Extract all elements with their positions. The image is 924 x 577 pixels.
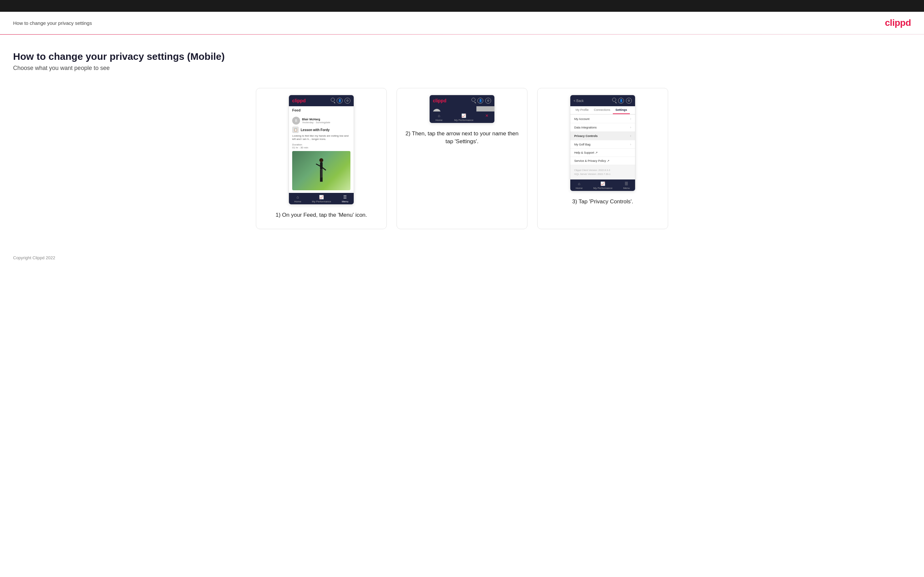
step-2-card: clippd 👤 ⚙ xyxy=(397,88,527,229)
tab-my-performance[interactable]: 📈 My Performance xyxy=(312,195,331,203)
tab-home[interactable]: ⌂ Home xyxy=(294,195,301,203)
arrow-icon-4: › xyxy=(630,143,631,146)
performance-icon: 📈 xyxy=(319,195,324,200)
main-content: How to change your privacy settings (Mob… xyxy=(0,35,924,249)
footer: Copyright Clippd 2022 xyxy=(0,249,924,267)
step-2-caption: 2) Then, tap the arrow next to your name… xyxy=(404,130,520,145)
search-icon-2 xyxy=(472,98,475,102)
top-bar xyxy=(0,0,924,12)
step-3-card: < Back 👤 ⚙ My Profile Connections Settin… xyxy=(537,88,668,229)
tab-connections[interactable]: Connections xyxy=(591,106,613,114)
lesson-row: 📋 Lesson with Fordy xyxy=(292,127,351,133)
svg-rect-7 xyxy=(321,177,323,182)
phone-2-content: B Blair McHarg ∧ My Profile Connections … xyxy=(430,106,494,111)
tab-menu[interactable]: ☰ Menu xyxy=(342,195,349,203)
phone-2-inner: clippd 👤 ⚙ xyxy=(430,95,494,123)
phone-2-navbar: clippd 👤 ⚙ xyxy=(430,95,494,106)
page-subheading: Choose what you want people to see xyxy=(13,65,911,72)
user-icon: 👤 xyxy=(337,98,342,104)
phone-1-mockup: clippd 👤 ⚙ Feed B xyxy=(289,95,354,205)
search-icon-3 xyxy=(612,98,616,102)
phone-1-tabbar: ⌂ Home 📈 My Performance ☰ Menu xyxy=(289,193,354,204)
step-3-caption: 3) Tap 'Privacy Controls'. xyxy=(572,198,633,206)
post-username: Blair McHarg xyxy=(302,118,330,121)
menu-panel: B Blair McHarg ∧ My Profile Connections … xyxy=(430,106,477,111)
settings-item-help[interactable]: Help & Support ↗ xyxy=(570,149,635,157)
performance-icon-3: 📈 xyxy=(600,181,605,186)
phone-3-nav-icons: 👤 ⚙ xyxy=(612,98,632,104)
phone-3-inner: < Back 👤 ⚙ My Profile Connections Settin… xyxy=(570,95,635,191)
svg-rect-6 xyxy=(320,177,321,182)
user-icon-3: 👤 xyxy=(618,98,624,104)
menu-user-row: B Blair McHarg ∧ xyxy=(430,106,477,111)
settings-icon-3: ⚙ xyxy=(626,98,632,104)
phone-3-navbar: < Back 👤 ⚙ xyxy=(570,95,635,106)
settings-item-golf-bag[interactable]: My Golf Bag › xyxy=(570,140,635,149)
logo: clippd xyxy=(885,18,911,28)
menu-avatar: B xyxy=(433,109,441,111)
golf-image xyxy=(292,151,351,190)
phone-2-mockup: clippd 👤 ⚙ xyxy=(429,95,495,123)
copyright: Copyright Clippd 2022 xyxy=(13,255,55,260)
settings-icon-2: ⚙ xyxy=(485,98,491,104)
user-icon-2: 👤 xyxy=(477,98,483,104)
tab-close[interactable]: ✕ xyxy=(485,113,488,122)
settings-item-privacy-policy[interactable]: Service & Privacy Policy ↗ xyxy=(570,157,635,165)
phone-2-logo: clippd xyxy=(433,98,446,103)
post-date: Yesterday · Sunningdale xyxy=(302,121,330,124)
arrow-icon: › xyxy=(630,117,631,121)
menu-user-name: Blair McHarg xyxy=(443,111,463,112)
phone-2-nav-icons: 👤 ⚙ xyxy=(472,98,491,104)
home-icon: ⌂ xyxy=(296,195,299,200)
home-icon-2: ⌂ xyxy=(438,113,440,118)
menu-user-arrow: ∧ xyxy=(470,111,473,111)
steps-grid: clippd 👤 ⚙ Feed B xyxy=(13,88,911,229)
step-1-caption: 1) On your Feed, tap the 'Menu' icon. xyxy=(276,211,367,219)
menu-icon: ☰ xyxy=(343,195,347,200)
tab-menu-3[interactable]: ☰ Menu xyxy=(623,181,630,190)
lesson-desc: Looking to feel like my hands are exitin… xyxy=(292,134,351,141)
header: How to change your privacy settings clip… xyxy=(0,12,924,34)
phone-3-tabbar: ⌂ Home 📈 My Performance ☰ Menu xyxy=(570,179,635,191)
performance-icon-2: 📈 xyxy=(461,113,466,118)
phone-1-navbar: clippd 👤 ⚙ xyxy=(289,95,354,106)
phone-1-inner: clippd 👤 ⚙ Feed B xyxy=(289,95,354,204)
back-label[interactable]: < Back xyxy=(573,99,584,103)
phone-1-post: B Blair McHarg Yesterday · Sunningdale 📋… xyxy=(289,114,354,193)
post-user: B Blair McHarg Yesterday · Sunningdale xyxy=(292,117,351,124)
svg-rect-4 xyxy=(320,169,321,177)
tab-performance-3[interactable]: 📈 My Performance xyxy=(593,181,612,190)
settings-tabs: My Profile Connections Settings xyxy=(570,106,635,114)
phone-1-logo: clippd xyxy=(292,98,305,103)
golfer-svg xyxy=(313,158,330,184)
phone-1-nav-icons: 👤 ⚙ xyxy=(331,98,351,104)
svg-point-0 xyxy=(319,158,323,162)
settings-item-privacy-controls[interactable]: Privacy Controls › xyxy=(570,132,635,140)
lesson-duration: Duration 01 hr : 30 min xyxy=(292,143,351,149)
settings-item-data-integrations[interactable]: Data Integrations › xyxy=(570,123,635,132)
lesson-title: Lesson with Fordy xyxy=(301,128,330,132)
version-info: Clippd Client Version: 2022.8.3-3 GQL Se… xyxy=(570,165,635,179)
menu-icon-3: ☰ xyxy=(625,181,628,186)
lesson-icon: 📋 xyxy=(292,127,299,133)
phone-3-mockup: < Back 👤 ⚙ My Profile Connections Settin… xyxy=(570,95,635,191)
tab-home-2[interactable]: ⌂ Home xyxy=(436,113,443,122)
avatar: B xyxy=(292,117,300,124)
settings-item-my-account[interactable]: My Account › xyxy=(570,115,635,123)
tab-performance-2[interactable]: 📈 My Performance xyxy=(454,113,473,122)
phone-2-tabbar: ⌂ Home 📈 My Performance ✕ xyxy=(430,111,494,123)
settings-icon: ⚙ xyxy=(344,98,351,104)
page-heading: How to change your privacy settings (Mob… xyxy=(13,51,911,62)
feed-label: Feed xyxy=(289,106,354,114)
tab-my-profile[interactable]: My Profile xyxy=(573,106,591,114)
tab-home-3[interactable]: ⌂ Home xyxy=(575,181,582,190)
arrow-icon-3: › xyxy=(630,134,631,138)
step-1-card: clippd 👤 ⚙ Feed B xyxy=(256,88,387,229)
search-icon xyxy=(331,98,335,102)
close-icon: ✕ xyxy=(485,113,488,118)
header-title: How to change your privacy settings xyxy=(13,20,92,26)
arrow-icon-2: › xyxy=(630,126,631,129)
settings-list: My Account › Data Integrations › Privacy… xyxy=(570,115,635,165)
svg-rect-5 xyxy=(321,169,323,177)
tab-settings[interactable]: Settings xyxy=(613,106,630,114)
